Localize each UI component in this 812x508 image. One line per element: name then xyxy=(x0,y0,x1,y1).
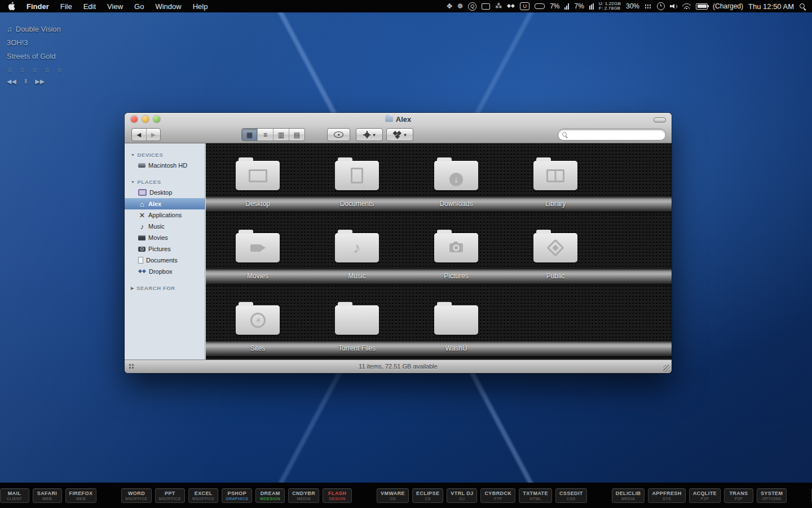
fast-forward-icon[interactable]: ▶▶ xyxy=(35,78,45,85)
sidebar-item-documents[interactable]: Documents xyxy=(125,255,205,266)
sidebar-item-music[interactable]: ♪ Music xyxy=(125,221,205,232)
folder-label[interactable]: Sites xyxy=(208,344,307,352)
dock-item-flash[interactable]: FLASHDESIGN xyxy=(323,488,352,503)
folder-torrent-files[interactable]: Torrent Files xyxy=(307,301,407,358)
sidebar-item-desktop[interactable]: Desktop xyxy=(125,187,205,198)
menu-window[interactable]: Window xyxy=(155,2,181,11)
dock-item-appfresh[interactable]: APPFRESHSYS xyxy=(648,488,685,503)
folder-label[interactable]: Documents xyxy=(307,200,407,208)
folder-label[interactable]: Library xyxy=(506,200,605,208)
dock-item-cssedit[interactable]: CSSEDITCSS xyxy=(555,488,587,503)
apple-menu-icon[interactable] xyxy=(8,2,15,11)
memory-stats[interactable]: U: 1.22GB F: 2.78GB xyxy=(599,2,621,11)
folder-library[interactable]: Library xyxy=(506,157,605,213)
flower-menu-icon[interactable]: ❁ xyxy=(457,0,463,12)
dock-item-ppt[interactable]: PPTMSOFFICE xyxy=(155,488,185,503)
folder-label[interactable]: Desktop xyxy=(208,200,307,208)
dock-item-vtrldj[interactable]: VTRL DJDJ xyxy=(447,488,477,503)
folder-label[interactable]: Public xyxy=(506,272,605,280)
window-header[interactable]: Alex ◀ ▶ ▦ ≡ ▥ ▤ xyxy=(125,113,672,143)
forward-button[interactable]: ▶ xyxy=(146,129,161,141)
folder-label[interactable]: Music xyxy=(307,272,407,280)
menu-view[interactable]: View xyxy=(107,2,123,11)
clock-menu-icon[interactable] xyxy=(657,2,665,10)
app-menu-finder[interactable]: Finder xyxy=(27,2,49,11)
history-chart-icon-2[interactable] xyxy=(589,3,594,10)
folder-label[interactable]: Torrent Files xyxy=(307,344,407,352)
pause-icon[interactable]: Ⅱ xyxy=(24,78,27,85)
growl-paw-icon[interactable]: ⁂ xyxy=(495,0,502,12)
sidebar-item-alex[interactable]: ⌂ Alex xyxy=(125,198,205,209)
folder-music[interactable]: ♪ Music xyxy=(307,229,407,286)
folder-documents[interactable]: Documents xyxy=(307,157,407,213)
volume-icon[interactable] xyxy=(670,3,677,10)
search-input[interactable] xyxy=(570,130,662,139)
view-icon-coverflow[interactable]: ▤ xyxy=(289,129,304,141)
dock-item-vmware[interactable]: VMWAREOS xyxy=(377,488,409,503)
menu-go[interactable]: Go xyxy=(134,2,144,11)
dock-item-word[interactable]: WORDMSOFFICE xyxy=(121,488,151,503)
sidebar-item-pictures[interactable]: Pictures xyxy=(125,243,205,255)
dock-item-deliclib[interactable]: DELICLIBMEDIA xyxy=(612,488,645,503)
wifi-icon[interactable] xyxy=(682,3,691,9)
istat-dots-icon[interactable] xyxy=(645,4,652,9)
dropbox-menu-icon[interactable] xyxy=(507,3,515,10)
sidebar-section-devices[interactable]: ▼ DEVICES xyxy=(125,151,205,160)
history-chart-icon-1[interactable] xyxy=(564,3,569,10)
launchbar-icon[interactable]: Q xyxy=(468,2,476,11)
view-icon-columns[interactable]: ▥ xyxy=(273,129,289,141)
folder-label[interactable]: Movies xyxy=(208,272,307,280)
view-icon-grid[interactable]: ▦ xyxy=(242,129,257,141)
move-tool-icon[interactable]: ✥ xyxy=(447,0,452,12)
toolbar-toggle-button[interactable] xyxy=(654,117,666,122)
folder-sites[interactable]: ✳ Sites xyxy=(208,301,307,358)
utorrent-menu-icon[interactable]: U xyxy=(520,2,529,10)
menu-bar-clock[interactable]: Thu 12:50 AM xyxy=(748,2,794,11)
battery-percent-2[interactable]: 7% xyxy=(574,2,584,10)
sidebar-item-movies[interactable]: Movies xyxy=(125,232,205,243)
battery-icon[interactable] xyxy=(696,3,708,10)
folder-public[interactable]: Public xyxy=(506,229,605,286)
display-menu-icon[interactable] xyxy=(482,3,490,10)
quick-look-button[interactable] xyxy=(327,128,350,141)
dock-item-txtmate[interactable]: TXTMATEHTML xyxy=(519,488,552,503)
dropbox-menu-button[interactable]: ▾ xyxy=(386,128,413,141)
menu-file[interactable]: File xyxy=(60,2,72,11)
dock-item-mail[interactable]: MAILCLIENT xyxy=(0,488,29,503)
cpu-percent[interactable]: 30% xyxy=(626,2,639,10)
rewind-icon[interactable]: ◀◀ xyxy=(7,78,16,85)
dock-item-excel[interactable]: EXCELMSOFFICE xyxy=(188,488,218,503)
battery-percent-1[interactable]: 7% xyxy=(550,2,559,10)
spotlight-icon[interactable] xyxy=(799,3,806,10)
folder-downloads[interactable]: ↓ Downloads xyxy=(407,157,506,213)
sidebar-item-dropbox[interactable]: Dropbox xyxy=(125,266,205,277)
dock-item-pshop[interactable]: PSHOPGRAPHICS xyxy=(222,488,252,503)
title-bar[interactable]: Alex xyxy=(125,113,672,125)
sidebar-item-applications[interactable]: ✕ Applications xyxy=(125,209,205,221)
caffeine-menu-icon[interactable] xyxy=(535,3,545,9)
dock-item-trans[interactable]: TRANSP2P xyxy=(724,488,753,503)
menu-edit[interactable]: Edit xyxy=(83,2,96,11)
dock-item-eclipse[interactable]: ECLIPSECS xyxy=(412,488,443,503)
resize-grip[interactable] xyxy=(663,365,670,372)
folder-label[interactable]: Pictures xyxy=(407,272,506,280)
sidebar-section-search-for[interactable]: ▶ SEARCH FOR xyxy=(125,284,205,293)
action-menu-button[interactable]: ▾ xyxy=(356,128,383,141)
proxy-folder-icon[interactable] xyxy=(385,116,393,122)
dock-item-safari[interactable]: SAFARIWEB xyxy=(33,488,62,503)
folder-label[interactable]: WashU xyxy=(407,344,506,352)
folder-desktop[interactable]: Desktop xyxy=(208,157,307,213)
sidebar-section-places[interactable]: ▼ PLACES xyxy=(125,178,205,187)
dock-item-system[interactable]: SYSTEMOPTIONS xyxy=(757,488,787,503)
dock-item-firefox[interactable]: FIREFOXWEB xyxy=(65,488,97,503)
dock-item-dream[interactable]: DREAMWDESIGN xyxy=(255,488,285,503)
folder-label[interactable]: Downloads xyxy=(407,200,506,208)
folder-movies[interactable]: Movies xyxy=(208,229,307,286)
dock-item-cndybr[interactable]: CNDYBRMEDIA xyxy=(288,488,319,503)
back-button[interactable]: ◀ xyxy=(132,129,146,141)
menu-help[interactable]: Help xyxy=(193,2,208,11)
folder-pictures[interactable]: Pictures xyxy=(407,229,506,286)
dock-item-cybrdck[interactable]: CYBRDCKFTP xyxy=(480,488,515,503)
view-icon-list[interactable]: ≡ xyxy=(257,129,273,141)
sidebar-item-macintosh-hd[interactable]: Macintosh HD xyxy=(125,160,205,171)
